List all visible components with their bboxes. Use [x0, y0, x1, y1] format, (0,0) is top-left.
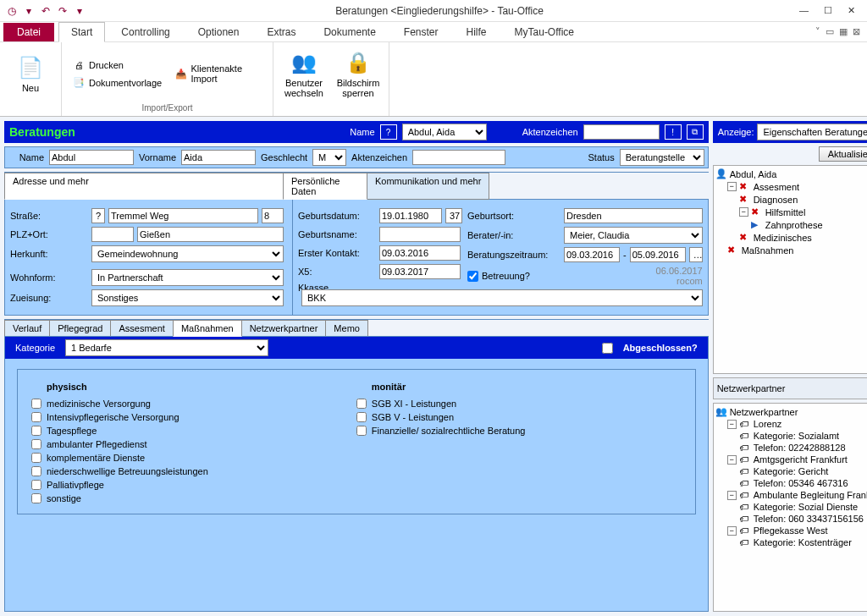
netz-item[interactable]: Amtgsgericht Frankfurt: [754, 454, 848, 465]
tab-extras[interactable]: Extras: [255, 23, 307, 41]
phys-label: niederschwellige Betreuungsleistungen: [47, 466, 208, 476]
hausnr-input[interactable]: [262, 208, 284, 223]
qat-undo-icon[interactable]: ↶: [39, 4, 52, 18]
org-button[interactable]: ⧉: [687, 124, 704, 140]
tab-optionen[interactable]: Optionen: [186, 23, 251, 41]
toggle-icon[interactable]: −: [727, 491, 737, 500]
strasse-input[interactable]: [108, 208, 258, 223]
toggle-icon[interactable]: −: [727, 420, 737, 429]
phys-checkbox[interactable]: [31, 480, 41, 490]
close-icon[interactable]: ✕: [848, 5, 855, 16]
mon-checkbox[interactable]: [356, 399, 367, 409]
ort-input[interactable]: [137, 227, 284, 242]
phys-label: medizinische Versorgung: [47, 399, 151, 409]
geburtsname-input[interactable]: [379, 227, 461, 242]
mon-checkbox[interactable]: [356, 412, 367, 422]
mon-checkbox[interactable]: [356, 426, 367, 436]
tab-memo[interactable]: Memo: [325, 320, 368, 337]
win-close2-icon[interactable]: ⊠: [853, 26, 860, 37]
abgeschlossen-checkbox[interactable]: [602, 343, 613, 354]
phys-checkbox[interactable]: [31, 453, 41, 463]
minimize-icon[interactable]: —: [799, 5, 809, 16]
mon-label: SGB XI - Leistungen: [372, 399, 456, 409]
ribbon-min-icon[interactable]: ˅: [815, 26, 820, 37]
herkunft-combo[interactable]: Gemeindewohnung: [91, 245, 284, 262]
erster-kontakt-input[interactable]: [379, 245, 461, 261]
col-physisch: physisch: [31, 378, 356, 397]
name-help-button[interactable]: ?: [380, 124, 397, 140]
name-input[interactable]: [49, 150, 134, 165]
toggle-icon[interactable]: −: [739, 207, 748, 217]
wohnform-combo[interactable]: In Partnerschaft: [91, 269, 284, 286]
age-display: 37: [445, 208, 462, 223]
zueisung-combo[interactable]: Sonstiges: [91, 289, 284, 306]
akten-input[interactable]: [412, 150, 505, 165]
phys-checkbox[interactable]: [31, 399, 41, 409]
geburtsdatum-input[interactable]: [379, 208, 442, 223]
akten-warn-button[interactable]: !: [665, 124, 682, 140]
plz-input[interactable]: [91, 227, 134, 242]
phys-checkbox[interactable]: [31, 412, 41, 422]
phys-checkbox[interactable]: [31, 493, 41, 503]
netz-item[interactable]: Ambulante Begleitung Frankfurt: [754, 490, 867, 500]
kkasse-combo[interactable]: BKK: [301, 289, 703, 306]
qat-redo-icon[interactable]: ↷: [56, 4, 69, 18]
tab-netzwerkpartner[interactable]: Netzwerkpartner: [241, 320, 327, 337]
org-icon: 🏷: [739, 419, 751, 429]
header-akten-input[interactable]: [583, 124, 660, 140]
tab-adresse[interactable]: Adresse und mehr: [4, 173, 284, 200]
betreuung-checkbox[interactable]: [467, 271, 478, 282]
status-combo[interactable]: Beratungstelle: [620, 149, 704, 166]
toggle-icon[interactable]: −: [727, 182, 737, 191]
tab-fenster[interactable]: Fenster: [392, 23, 450, 41]
tab-dokumente[interactable]: Dokumente: [312, 23, 387, 41]
phys-checkbox[interactable]: [31, 466, 41, 476]
qat-save-icon[interactable]: ▾: [22, 4, 36, 18]
tab-hilfe[interactable]: Hilfe: [455, 23, 499, 41]
toggle-icon[interactable]: −: [727, 455, 737, 465]
benutzer-wechseln-button[interactable]: 👥 Benutzer wechseln: [279, 44, 329, 103]
win-tiles-icon[interactable]: ▦: [839, 26, 848, 37]
file-tab[interactable]: Datei: [3, 23, 54, 41]
phys-label: Tagespflege: [47, 426, 97, 436]
toggle-icon[interactable]: −: [727, 526, 737, 536]
vorname-input[interactable]: [181, 150, 256, 165]
bildschirm-sperren-button[interactable]: 🔒 Bildschirm sperren: [333, 44, 384, 103]
drucken-button[interactable]: 🖨Drucken: [70, 58, 163, 73]
geschlecht-combo[interactable]: M: [312, 149, 346, 166]
qat-dropdown-icon[interactable]: ▾: [73, 4, 86, 18]
phys-label: sonstige: [47, 493, 81, 503]
lock-icon: 🔒: [345, 49, 372, 76]
netzwerk-tree: 👥Netzwerkpartner −🏷Lorenz🏷Kategorie: Soz…: [713, 403, 867, 612]
tab-pflegegrad[interactable]: Pflegegrad: [49, 320, 111, 337]
tab-massnahmen[interactable]: Maßnahmen: [173, 320, 242, 337]
tab-controlling[interactable]: Controlling: [109, 23, 181, 41]
tab-start[interactable]: Start: [58, 22, 105, 42]
zeitraum-bis-input[interactable]: [630, 247, 686, 262]
x5-input[interactable]: [379, 264, 461, 279]
anzeige-combo[interactable]: Eigenschaften Beratungen: [757, 124, 867, 140]
maximize-icon[interactable]: ☐: [824, 5, 832, 16]
netz-item[interactable]: Lorenz: [754, 419, 782, 429]
zeitraum-von-input[interactable]: [564, 247, 620, 262]
tab-persdaten[interactable]: Persönliche Daten: [283, 173, 367, 200]
berater-combo[interactable]: Meier, Claudia: [564, 227, 703, 244]
tab-kommunikation[interactable]: Kommunikation und mehr: [367, 173, 489, 200]
tab-verlauf[interactable]: Verlauf: [4, 320, 50, 337]
klientenakte-import-button[interactable]: 📥Klientenakte Import: [174, 63, 264, 85]
aktualisieren-button[interactable]: Aktualisieren: [819, 146, 867, 162]
kategorie-combo[interactable]: 1 Bedarfe: [65, 339, 268, 356]
header-name-combo[interactable]: Abdul, Aida: [402, 124, 487, 140]
tab-mytau[interactable]: MyTau-Office: [503, 23, 586, 41]
win-restore-icon[interactable]: ▭: [826, 26, 834, 37]
group-icon: 👥: [715, 406, 727, 417]
netz-item[interactable]: Pflegekasse West: [754, 525, 828, 536]
neu-button[interactable]: 📄 Neu: [5, 44, 56, 103]
geburtsort-input[interactable]: [564, 208, 703, 223]
dokumentvorlage-button[interactable]: 📑Dokumentvorlage: [70, 75, 163, 91]
zeitraum-more-button[interactable]: …: [689, 247, 703, 262]
phys-checkbox[interactable]: [31, 439, 41, 449]
strasse-help-button[interactable]: ?: [91, 208, 105, 223]
phys-checkbox[interactable]: [31, 426, 41, 436]
tab-assesment[interactable]: Assesment: [110, 320, 173, 337]
